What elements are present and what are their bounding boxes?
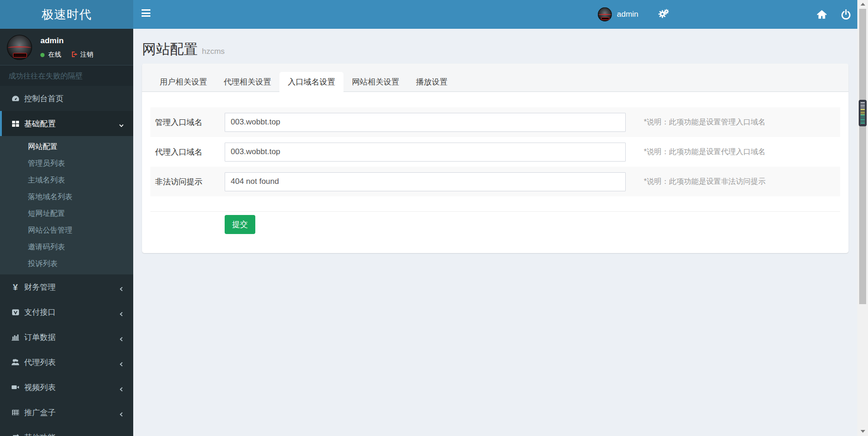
tab-site-settings[interactable]: 网站相关设置 [343,72,408,92]
sidebar-item-label: 控制台首页 [24,93,64,104]
navbar-username: admin [617,10,638,19]
video-camera-icon [10,383,20,392]
scroll-down-arrow-icon[interactable] [857,427,868,435]
chevron-left-icon [119,310,124,319]
tab-agent-settings[interactable]: 代理相关设置 [215,72,279,92]
settings-card: 用户相关设置 代理相关设置 入口域名设置 网站相关设置 播放设置 管理入口域名 … [142,64,849,253]
scroll-marker-widget[interactable] [859,100,867,126]
chevron-down-icon [119,121,124,130]
chevron-left-icon [119,335,124,344]
sidebar-item-label: 视频列表 [24,382,56,393]
sidebar-item-videos[interactable]: 视频列表 [0,375,133,400]
avatar [598,7,612,21]
sidebar-item-orders[interactable]: 订单数据 [0,325,133,350]
users-icon [10,358,20,367]
sidebar-item-agents[interactable]: 代理列表 [0,350,133,375]
form-divider [150,211,840,212]
sidebar-item-label: 基础配置 [24,118,56,129]
online-status-icon [40,53,45,57]
chevron-left-icon [119,360,124,369]
settings-button[interactable] [657,8,670,21]
grid-icon [10,119,20,128]
logout-button[interactable] [839,8,852,21]
sidebar-item-promo-box[interactable]: 推广盒子 [0,400,133,425]
avatar [7,35,32,60]
exchange-arrows-icon [10,433,20,436]
navbar-user-menu[interactable]: admin [598,7,638,22]
sidebar-item-label: 订单数据 [24,332,56,343]
settings-tabs: 用户相关设置 代理相关设置 入口域名设置 网站相关设置 播放设置 [142,64,849,92]
app-logo[interactable]: 极速时代 [0,0,133,29]
submenu-item-short-url-config[interactable]: 短网址配置 [0,205,133,222]
online-status-label: 在线 [48,51,61,59]
dashboard-gauge-icon [10,94,20,103]
sidebar-submenu-basic-config: 网站配置 管理员列表 主域名列表 落地域名列表 短网址配置 网站公告管理 邀请码… [0,136,133,274]
agent-entry-domain-input[interactable] [225,143,626,162]
tab-play-settings[interactable]: 播放设置 [408,72,456,92]
page-scrollbar[interactable] [857,0,868,436]
submenu-item-invite-codes[interactable]: 邀请码列表 [0,239,133,255]
field-label: 代理入口域名 [150,147,225,157]
chevron-left-icon [119,410,124,419]
home-button[interactable] [815,8,828,21]
sidebar-menu: 控制台首页 基础配置 网站配置 管理员列表 主域名列表 落地域名列表 短网址配置… [0,86,133,436]
sidebar-motto: 成功往往在失败的隔壁 [0,65,133,86]
field-note: *说明：此项功能是设置代理入口域名 [644,147,765,157]
sidebar-logout-link[interactable]: 注销 [71,51,93,59]
payment-icon [10,307,20,317]
hamburger-icon [142,9,150,11]
sidebar-user-panel: admin 在线 注销 [0,29,133,65]
yen-icon: ¥ [10,282,20,292]
sidebar-username: admin [40,36,93,46]
tab-entry-domain-settings[interactable]: 入口域名设置 [279,72,343,92]
tab-panel-entry-domain: 管理入口域名 *说明：此项功能是设置管理入口域名 代理入口域名 *说明：此项功能… [142,92,849,234]
form-row-agent-entry-domain: 代理入口域名 *说明：此项功能是设置代理入口域名 [150,137,840,167]
field-note: *说明：此项功能是设置管理入口域名 [644,117,765,127]
top-navbar: admin [133,0,868,29]
field-note: *说明：此项功能是设置非法访问提示 [644,177,765,187]
form-row-illegal-access-tip: 非法访问提示 *说明：此项功能是设置非法访问提示 [150,167,840,196]
submenu-item-complaints[interactable]: 投诉列表 [0,255,133,272]
submenu-item-site-config[interactable]: 网站配置 [0,138,133,155]
sidebar-item-other-functions[interactable]: 其他功能 [0,425,133,436]
submenu-item-admin-list[interactable]: 管理员列表 [0,155,133,172]
bar-chart-icon [10,332,20,342]
sign-out-icon [71,51,80,59]
sidebar-item-label: 推广盒子 [24,407,56,418]
chevron-left-icon [119,385,124,394]
sidebar-item-label: 支付接口 [24,307,56,318]
tab-user-settings[interactable]: 用户相关设置 [151,72,215,92]
sidebar-toggle-button[interactable] [142,9,151,20]
table-icon [10,408,20,417]
page-title: 网站配置 [142,40,198,59]
admin-entry-domain-input[interactable] [225,113,626,132]
submenu-item-landing-domain-list[interactable]: 落地域名列表 [0,189,133,205]
gears-icon [657,8,670,21]
field-label: 非法访问提示 [150,176,225,187]
sidebar-item-dashboard[interactable]: 控制台首页 [0,86,133,111]
chevron-left-icon [119,285,124,294]
sidebar-item-payment[interactable]: 支付接口 [0,299,133,325]
sidebar-item-basic-config[interactable]: 基础配置 [0,111,133,136]
scrollbar-thumb[interactable] [859,9,866,304]
submenu-item-main-domain-list[interactable]: 主域名列表 [0,172,133,189]
field-label: 管理入口域名 [150,117,225,128]
form-row-admin-entry-domain: 管理入口域名 *说明：此项功能是设置管理入口域名 [150,107,840,137]
home-icon [816,9,827,20]
sidebar-item-label: 代理列表 [24,357,56,368]
submenu-item-announcement[interactable]: 网站公告管理 [0,222,133,239]
sidebar-item-label: 财务管理 [24,282,56,293]
page-subtitle: hzcms [202,47,225,56]
submit-button[interactable]: 提交 [225,215,255,234]
scroll-up-arrow-icon[interactable] [857,0,868,8]
content-header: 网站配置 hzcms [142,40,225,59]
sidebar: admin 在线 注销 成功往往在失败的隔壁 控制台 [0,29,133,436]
sidebar-item-finance[interactable]: ¥ 财务管理 [0,274,133,299]
power-icon [841,9,851,20]
illegal-access-tip-input[interactable] [225,172,626,191]
sidebar-item-label: 其他功能 [24,432,56,436]
